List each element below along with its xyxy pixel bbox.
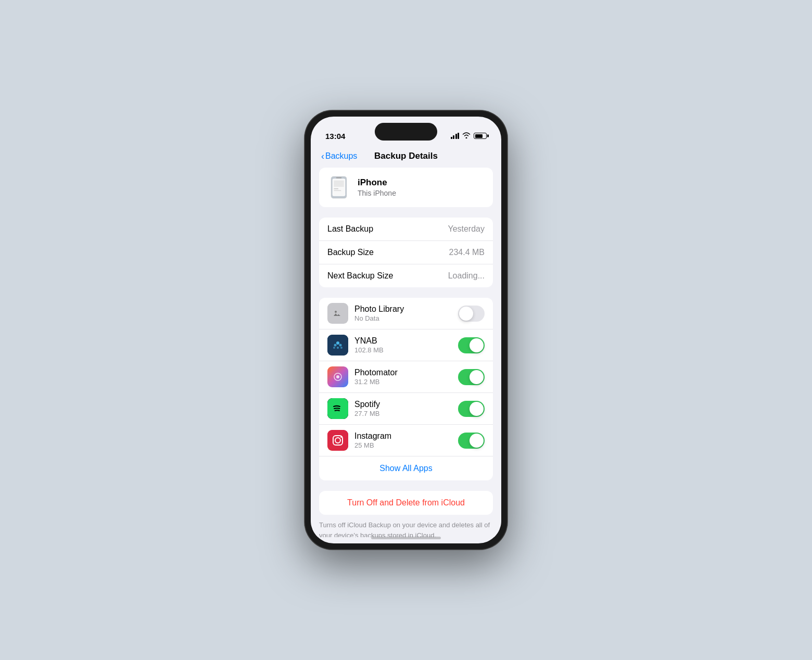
- svg-point-13: [333, 347, 335, 349]
- svg-rect-2: [336, 177, 342, 179]
- app-info-spotify: Spotify 27.7 MB: [354, 400, 452, 417]
- svg-point-15: [340, 347, 342, 349]
- last-backup-label: Last Backup: [327, 224, 373, 234]
- device-info: iPhone This iPhone: [358, 177, 396, 197]
- app-info-photomator: Photomator 31.2 MB: [354, 368, 452, 386]
- app-info-ynab: YNAB 102.8 MB: [354, 336, 452, 354]
- next-backup-value: Loading...: [448, 271, 485, 281]
- app-icon-photomator: [327, 366, 348, 387]
- signal-icon: [451, 133, 460, 139]
- svg-rect-20: [327, 430, 348, 451]
- svg-point-11: [334, 344, 337, 347]
- app-icon-spotify: [327, 398, 348, 419]
- app-name-ynab: YNAB: [354, 336, 452, 346]
- toggle-instagram[interactable]: [458, 433, 485, 449]
- app-icon-ynab: [327, 335, 348, 356]
- toggle-photo-library[interactable]: [458, 306, 485, 322]
- backup-size-label: Backup Size: [327, 248, 374, 257]
- show-all-link[interactable]: Show All Apps: [379, 464, 432, 473]
- svg-rect-6: [334, 190, 341, 191]
- svg-rect-7: [332, 307, 344, 320]
- back-chevron-icon: ‹: [321, 151, 324, 162]
- next-backup-label: Next Backup Size: [327, 271, 393, 281]
- battery-icon: [474, 133, 487, 139]
- device-subtitle: This iPhone: [358, 189, 396, 197]
- back-label: Backups: [325, 151, 357, 161]
- app-row-ynab: YNAB 102.8 MB: [319, 329, 493, 361]
- device-card: iPhone This iPhone: [319, 168, 493, 207]
- device-name: iPhone: [358, 177, 396, 188]
- nav-header: ‹ Backups Backup Details: [311, 147, 501, 168]
- status-time: 13:04: [325, 132, 345, 141]
- app-info-photo-library: Photo Library No Data: [354, 304, 452, 322]
- delete-button-row: Turn Off and Delete from iCloud: [319, 491, 493, 515]
- svg-rect-4: [334, 181, 344, 187]
- app-icon-instagram: [327, 430, 348, 451]
- back-button[interactable]: ‹ Backups: [321, 151, 357, 162]
- status-icons: [451, 132, 487, 140]
- info-row-next-backup: Next Backup Size Loading...: [319, 264, 493, 287]
- phone-screen: 13:04: [311, 117, 501, 543]
- dynamic-island: [375, 123, 437, 141]
- info-section: Last Backup Yesterday Backup Size 234.4 …: [319, 218, 493, 287]
- last-backup-value: Yesterday: [448, 224, 485, 234]
- app-icon-photo-library: [327, 303, 348, 324]
- app-size-photomator: 31.2 MB: [354, 378, 452, 386]
- app-row-photomator: Photomator 31.2 MB: [319, 361, 493, 393]
- app-size-photo-library: No Data: [354, 314, 452, 322]
- svg-rect-5: [334, 188, 338, 189]
- svg-rect-9: [327, 335, 348, 356]
- svg-point-17: [336, 375, 339, 378]
- app-row-instagram: Instagram 25 MB: [319, 425, 493, 456]
- app-info-instagram: Instagram 25 MB: [354, 431, 452, 449]
- app-row-spotify: Spotify 27.7 MB: [319, 393, 493, 425]
- app-size-instagram: 25 MB: [354, 441, 452, 449]
- app-name-instagram: Instagram: [354, 431, 452, 441]
- toggle-photomator[interactable]: [458, 369, 485, 385]
- app-name-photomator: Photomator: [354, 368, 452, 377]
- show-all-row[interactable]: Show All Apps: [319, 456, 493, 480]
- apps-section: Photo Library No Data: [319, 298, 493, 480]
- device-icon: [327, 176, 350, 199]
- page-title: Backup Details: [374, 151, 438, 161]
- app-size-spotify: 27.7 MB: [354, 410, 452, 417]
- backup-size-value: 234.4 MB: [449, 248, 485, 257]
- info-row-last-backup: Last Backup Yesterday: [319, 218, 493, 241]
- delete-section: Turn Off and Delete from iCloud: [319, 491, 493, 515]
- delete-button[interactable]: Turn Off and Delete from iCloud: [347, 498, 465, 507]
- app-name-spotify: Spotify: [354, 400, 452, 409]
- toggle-spotify[interactable]: [458, 401, 485, 417]
- toggle-ynab[interactable]: [458, 337, 485, 353]
- svg-point-14: [337, 347, 339, 349]
- phone-frame: 13:04: [304, 110, 508, 550]
- scroll-content: iPhone This iPhone Last Backup Yesterday…: [311, 168, 501, 537]
- app-row-photo-library: Photo Library No Data: [319, 298, 493, 329]
- app-size-ynab: 102.8 MB: [354, 346, 452, 354]
- info-row-backup-size: Backup Size 234.4 MB: [319, 241, 493, 264]
- delete-description-container: Turns off iCloud Backup on your device a…: [311, 520, 501, 537]
- wifi-icon: [462, 132, 471, 140]
- svg-point-10: [336, 341, 339, 345]
- home-indicator: [371, 537, 441, 539]
- delete-description-text: Turns off iCloud Backup on your device a…: [319, 520, 493, 537]
- app-name-photo-library: Photo Library: [354, 304, 452, 314]
- svg-point-12: [339, 344, 342, 347]
- svg-point-23: [340, 436, 342, 438]
- svg-point-8: [335, 311, 337, 313]
